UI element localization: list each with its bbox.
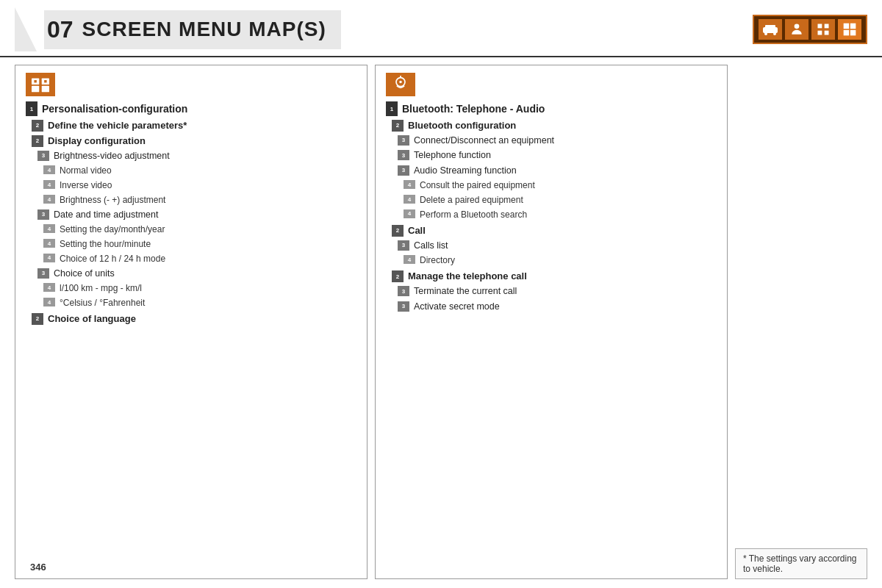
list-item: 2 Call <box>392 224 717 237</box>
svg-point-4 <box>795 24 800 29</box>
level-badge-4: 4 <box>43 298 55 306</box>
svg-point-2 <box>764 32 767 35</box>
list-item: 1 Bluetooth: Telephone - Audio <box>386 101 717 117</box>
svg-rect-12 <box>850 30 856 36</box>
list-item: 4 l/100 km - mpg - km/l <box>43 282 356 295</box>
level-badge-2: 2 <box>32 313 43 325</box>
level-badge-3: 3 <box>398 150 409 160</box>
svg-point-3 <box>773 32 776 35</box>
list-item: 2 Define the vehicle parameters* <box>32 119 356 132</box>
level-badge-4: 4 <box>43 224 55 233</box>
level-badge-3: 3 <box>37 268 49 279</box>
footnote-box: * The settings vary according to vehicle… <box>735 548 867 579</box>
level-badge-3: 3 <box>398 165 409 176</box>
item-text: Setting the hour/minute <box>60 238 151 251</box>
item-text: Delete a paired equipment <box>420 194 523 207</box>
svg-rect-15 <box>32 86 39 93</box>
list-item: 4 Directory <box>404 254 717 267</box>
level-badge-4: 4 <box>43 239 55 248</box>
svg-rect-8 <box>825 31 829 35</box>
item-text: Manage the telephone call <box>408 270 527 283</box>
level-badge-2: 2 <box>392 270 404 282</box>
list-item: 4 Delete a paired equipment <box>404 194 717 207</box>
item-text: Audio Streaming function <box>414 165 517 178</box>
level-badge-4: 4 <box>43 254 55 262</box>
level-badge-4: 4 <box>43 195 55 204</box>
level-badge-2: 2 <box>392 225 404 237</box>
list-item: 3 Date and time adjustment <box>37 209 356 222</box>
level-badge-4: 4 <box>43 180 55 189</box>
item-text: °Celsius / °Fahrenheit <box>60 297 145 309</box>
svg-rect-17 <box>34 80 36 82</box>
level-badge-4: 4 <box>404 255 415 264</box>
chapter-number: 07 <box>47 16 74 43</box>
right-panel-icon <box>386 73 415 96</box>
footer-area: * The settings vary according to vehicle… <box>735 65 867 579</box>
list-item: 3 Activate secret mode <box>398 301 717 314</box>
svg-point-21 <box>399 81 401 83</box>
header-icon-box <box>753 15 867 44</box>
item-text: Activate secret mode <box>414 301 500 314</box>
level-badge-2: 2 <box>32 135 43 147</box>
level-badge-4: 4 <box>43 283 55 292</box>
item-text: Define the vehicle parameters* <box>48 119 187 132</box>
svg-rect-11 <box>844 30 850 36</box>
list-item: 3 Brightness-video adjustment <box>37 150 356 163</box>
icon-settings <box>811 19 835 40</box>
list-item: 4 Consult the paired equipment <box>404 179 717 192</box>
item-text: Display configuration <box>48 135 146 148</box>
item-text: Directory <box>420 254 455 267</box>
list-item: 4 Perform a Bluetooth search <box>404 209 717 221</box>
list-item: 3 Connect/Disconnect an equipment <box>398 135 717 148</box>
item-text: Perform a Bluetooth search <box>420 209 527 221</box>
item-text: Consult the paired equipment <box>420 179 535 192</box>
list-item: 4 Normal video <box>43 165 356 177</box>
item-text: Bluetooth: Telephone - Audio <box>402 102 545 117</box>
list-item: 2 Bluetooth configuration <box>392 119 717 132</box>
item-text: Setting the day/month/year <box>60 223 165 236</box>
item-text: Brightness-video adjustment <box>54 150 170 163</box>
item-text: Choice of language <box>48 312 136 326</box>
item-text: Call <box>408 224 426 237</box>
item-text: l/100 km - mpg - km/l <box>60 282 142 295</box>
item-text: Connect/Disconnect an equipment <box>414 135 554 148</box>
level-badge-3: 3 <box>398 301 409 312</box>
list-item: 4 Setting the day/month/year <box>43 223 356 236</box>
item-text: Inverse video <box>60 179 112 192</box>
item-text: Normal video <box>60 165 112 177</box>
item-text: Calls list <box>414 240 448 253</box>
page-header: 07 SCREEN MENU MAP(S) <box>0 0 882 57</box>
list-item: 4 Inverse video <box>43 179 356 192</box>
level-badge-4: 4 <box>404 209 415 218</box>
left-panel: 1 Personalisation-configuration 2 Define… <box>15 65 368 579</box>
item-text: Telephone function <box>414 149 491 162</box>
list-item: 2 Display configuration <box>32 135 356 148</box>
svg-rect-16 <box>42 86 49 93</box>
right-panel: 1 Bluetooth: Telephone - Audio 2 Bluetoo… <box>375 65 728 579</box>
svg-rect-6 <box>825 24 829 29</box>
level-badge-3: 3 <box>398 240 409 251</box>
level-badge-3: 3 <box>398 135 409 146</box>
level-badge-1: 1 <box>386 101 398 116</box>
page-number: 346 <box>30 562 46 573</box>
level-badge-3: 3 <box>37 209 49 220</box>
icon-car <box>759 19 782 40</box>
icon-grid <box>838 19 861 40</box>
level-badge-4: 4 <box>404 195 415 204</box>
level-badge-2: 2 <box>32 120 43 132</box>
svg-rect-9 <box>844 24 850 29</box>
item-text: Terminate the current call <box>414 285 517 298</box>
item-text: Choice of 12 h / 24 h mode <box>60 253 165 265</box>
list-item: 3 Audio Streaming function <box>398 165 717 178</box>
level-badge-4: 4 <box>404 180 415 189</box>
list-item: 3 Terminate the current call <box>398 285 717 298</box>
svg-rect-1 <box>765 25 775 29</box>
list-item: 1 Personalisation-configuration <box>26 101 356 117</box>
item-text: Bluetooth configuration <box>408 119 516 132</box>
main-content: 1 Personalisation-configuration 2 Define… <box>0 57 882 587</box>
svg-rect-5 <box>818 24 822 29</box>
svg-rect-7 <box>818 31 822 35</box>
list-item: 3 Choice of units <box>37 268 356 281</box>
level-badge-3: 3 <box>37 151 49 161</box>
left-panel-icon <box>26 73 55 96</box>
